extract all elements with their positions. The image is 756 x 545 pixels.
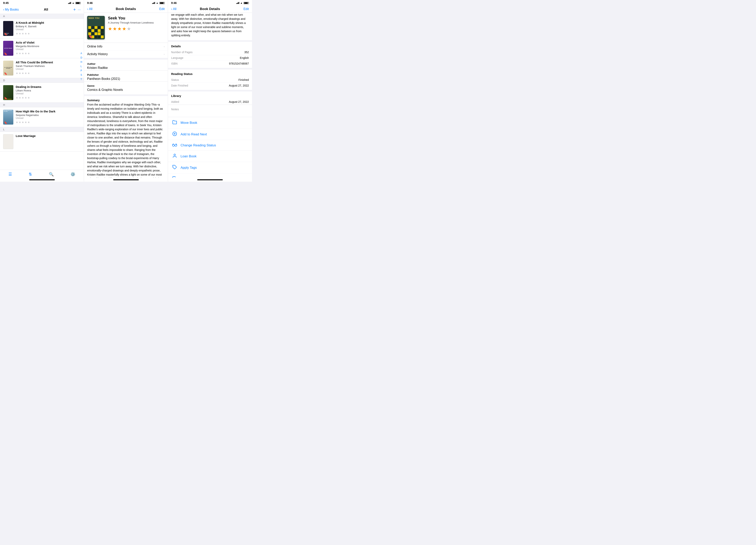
time-1: 9:45 — [3, 1, 9, 5]
plus-circle-icon — [172, 132, 177, 137]
library-section: Library Added August 27, 2022 — [168, 90, 252, 105]
edit-button-3[interactable]: Edit — [243, 7, 249, 11]
list-item[interactable]: ALL THIS COULD BE DIFFERENT 🔖 All This C… — [0, 58, 84, 78]
activity-history-row[interactable]: Activity History › — [84, 50, 168, 58]
isbn-label: ISBN — [171, 62, 178, 65]
chevron-left-icon: ‹ — [3, 8, 4, 11]
wifi-icon-1: ▲ — [72, 2, 74, 4]
chevron-left-icon: ‹ — [87, 7, 88, 11]
add-read-next-label: Add to Read Next — [181, 133, 207, 136]
apply-tags-action[interactable]: Apply Tags — [168, 162, 252, 174]
status-label: Status — [171, 78, 179, 81]
alpha-t[interactable]: T — [80, 78, 82, 81]
section-header-l: L — [0, 127, 84, 132]
book-info: Dealing in Dreams Lilliam Rivera Unread … — [16, 85, 81, 99]
table-row: Status Finished — [171, 77, 249, 83]
genre-value: Comics & Graphic Novels — [87, 88, 165, 92]
panel-book-details: 9:46 ▲ ‹ All Book Details Edit SEEK YOU — [84, 0, 168, 182]
book-author: Margarita Montimore — [16, 45, 81, 48]
loan-book-label: Loan Book — [181, 154, 196, 158]
tag-icon — [172, 165, 177, 171]
panel-my-books: 9:45 ▲ ‹ My Books All + ··· A — [0, 0, 84, 182]
book-author: Lilliam Rivera — [16, 89, 81, 92]
list-item[interactable]: ACTS OF VIOLET 🔖 Acts of Violet Margarit… — [0, 38, 84, 58]
reading-status-header: Reading Status — [168, 69, 252, 77]
publisher-value: Pantheon Books (2021) — [87, 77, 165, 81]
library-fields: Added August 27, 2022 — [168, 99, 252, 105]
back-label: All — [89, 7, 92, 11]
alpha-p[interactable]: P — [80, 69, 82, 72]
tab-settings[interactable]: ⚙️ — [70, 172, 75, 177]
table-row: Added August 27, 2022 — [171, 99, 249, 105]
date-finished-label: Date Finished — [171, 84, 188, 87]
book-status: Unread — [16, 117, 81, 120]
language-label: Language — [171, 56, 183, 59]
list-item[interactable]: HOW HIGH WE GO IN THE DARK 🔖 How High We… — [0, 107, 84, 127]
publisher-label: Publisher — [87, 73, 165, 76]
summary-text: From the acclaimed author of Imagine Wan… — [84, 103, 168, 178]
tab-search[interactable]: 🔍 — [49, 172, 54, 177]
bookmark-icon: 🔖 — [4, 121, 7, 124]
book-stars: ★★★★★ — [16, 121, 81, 124]
signal-icon-1 — [68, 2, 71, 4]
bookmark-icon: 🔖 — [4, 52, 7, 55]
status-icons-3: ▲ — [236, 2, 249, 4]
reading-status-fields: Status Finished Date Finished August 27,… — [168, 77, 252, 88]
author-label: Author — [87, 62, 165, 65]
book-info: Acts of Violet Margarita Montimore Unrea… — [16, 41, 81, 55]
list-item[interactable]: DEALING IN DREAMS 🔖 Dealing in Dreams Li… — [0, 83, 84, 103]
move-book-label: Move Book — [181, 121, 197, 125]
alpha-s[interactable]: S — [80, 74, 82, 76]
book-main-info: Seek You A Journey Through American Lone… — [108, 16, 165, 39]
edit-button[interactable]: Edit — [159, 7, 165, 11]
move-book-action[interactable]: Move Book — [168, 117, 252, 129]
change-status-action[interactable]: Change Reading Status — [168, 140, 252, 151]
list-item[interactable]: A KNOCK AT MIDNIGHT 🔖 A Knock at Midnigh… — [0, 19, 84, 38]
book-cover-love — [3, 134, 13, 149]
loan-book-action[interactable]: Loan Book — [168, 151, 252, 162]
activity-history-label: Activity History — [87, 52, 108, 56]
alpha-a[interactable]: A — [80, 52, 82, 55]
bookmark-icon: 🔖 — [4, 72, 7, 75]
alpha-l[interactable]: L — [80, 65, 82, 68]
book-cover-seek-you: SEEK YOU 🔖 — [87, 16, 105, 39]
alpha-d[interactable]: D — [80, 56, 82, 59]
book-info: All This Could Be Different Sarah Thanka… — [16, 61, 81, 75]
add-button[interactable]: + — [73, 7, 76, 12]
genre-section: Genre Comics & Graphic Novels — [84, 81, 168, 94]
list-item[interactable]: Love Marriage — [0, 132, 84, 152]
nav-bar-3: ‹ All Book Details Edit — [168, 5, 252, 13]
chevron-left-icon: ‹ — [171, 7, 172, 11]
my-books-back[interactable]: ‹ My Books — [3, 8, 19, 11]
glasses-icon — [172, 143, 177, 148]
section-header-a: A — [0, 14, 84, 19]
add-read-next-action[interactable]: Add to Read Next — [168, 129, 252, 140]
back-label: My Books — [5, 8, 19, 11]
nav-title-2: Book Details — [116, 7, 136, 11]
panel-book-actions: 9:46 ▲ ‹ All Book Details Edit we engage… — [168, 0, 252, 182]
wifi-icon-3: ▲ — [240, 2, 243, 4]
book-title: A Knock at Midnight — [16, 21, 81, 25]
status-value: Finished — [238, 78, 249, 81]
details-header: Details — [168, 42, 252, 49]
nav-bar-2: ‹ All Book Details Edit — [84, 5, 168, 13]
tab-list[interactable]: ☰ — [8, 172, 12, 177]
tab-sort[interactable]: ⇅ — [29, 172, 32, 177]
more-button[interactable]: ··· — [78, 8, 81, 12]
language-value: English — [240, 56, 249, 59]
book-author: Brittany K. Barnett — [16, 25, 81, 28]
online-info-row[interactable]: Online Info › — [84, 43, 168, 50]
book-info: How High We Go in the Dark Sequoia Nagam… — [16, 110, 81, 124]
date-finished-value: August 27, 2022 — [229, 84, 249, 87]
book-author: Sarah Thankam Mathews — [16, 65, 81, 68]
duplicate-book-action[interactable]: Duplicate Book — [168, 174, 252, 178]
book-details-back[interactable]: ‹ All — [87, 7, 92, 11]
nav-actions-1: + ··· — [73, 7, 81, 12]
pages-label: Number of Pages — [171, 51, 193, 54]
book-actions-back[interactable]: ‹ All — [171, 7, 176, 11]
book-title: Dealing in Dreams — [16, 85, 81, 89]
alpha-h[interactable]: H — [80, 61, 82, 63]
table-row: Date Finished August 27, 2022 — [171, 83, 249, 88]
genre-label: Genre — [87, 84, 165, 87]
battery-icon-2 — [159, 2, 165, 4]
